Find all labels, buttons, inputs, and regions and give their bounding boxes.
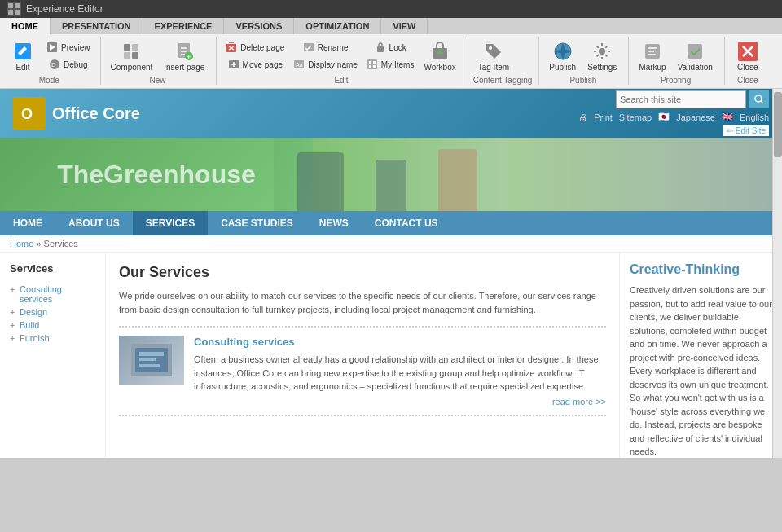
nav-services[interactable]: SERVICES: [133, 211, 208, 235]
svg-point-34: [599, 48, 605, 55]
tab-view[interactable]: VIEW: [381, 18, 428, 34]
sidebar-item-furnish[interactable]: Furnish: [10, 332, 95, 345]
mode-buttons: Edit Preview D Debug: [5, 37, 94, 74]
nav-home[interactable]: HOME: [0, 211, 55, 235]
toolbar-group-edit: Delete page Move page Rename: [222, 37, 468, 85]
edit-small-buttons-left: Delete page Move page: [222, 37, 288, 73]
breadcrumb-separator: »: [36, 239, 43, 248]
edit-button[interactable]: Edit: [5, 37, 41, 74]
display-name-button[interactable]: Aa Display name: [289, 56, 361, 73]
tag-item-icon: [482, 40, 505, 63]
rename-icon: [302, 41, 315, 54]
person-silhouette-2: [376, 160, 406, 211]
edit-buttons: Delete page Move page Rename: [222, 37, 460, 74]
new-buttons: Component + Insert page: [106, 37, 210, 74]
print-icon: 🖨: [578, 112, 587, 122]
proofing-label: Proofing: [634, 76, 718, 85]
nav-case-studies[interactable]: CASE STUDIES: [208, 211, 306, 235]
workbox-icon: [428, 40, 451, 63]
svg-rect-25: [367, 59, 377, 69]
windows-icon[interactable]: [7, 2, 21, 16]
search-button[interactable]: [749, 90, 769, 108]
mode-label: Mode: [5, 76, 94, 85]
svg-rect-9: [124, 44, 130, 51]
insert-page-icon: +: [173, 40, 196, 63]
service-title-1[interactable]: Consulting services: [194, 336, 606, 348]
toolbar-group-content-tagging: Tag Item Content Tagging: [473, 37, 540, 85]
search-input[interactable]: [616, 90, 746, 108]
svg-rect-0: [8, 3, 13, 8]
markup-button[interactable]: Markup: [634, 37, 670, 74]
debug-button[interactable]: D Debug: [42, 56, 94, 73]
toolbar-tabs: HOME PRESENTATION EXPERIENCE VERSIONS OP…: [0, 18, 782, 34]
workbox-button[interactable]: Workbox: [419, 37, 460, 74]
move-page-icon: [227, 58, 240, 71]
right-panel: Creative-Thinking Creatively driven solu…: [619, 253, 782, 458]
toolbar-group-close: Close Close: [730, 37, 772, 85]
svg-text:Aa: Aa: [296, 62, 303, 68]
rename-button[interactable]: Rename: [289, 39, 361, 55]
svg-text:D: D: [51, 61, 56, 68]
breadcrumb-home[interactable]: Home: [10, 239, 33, 248]
svg-rect-29: [373, 65, 376, 68]
tab-experience[interactable]: EXPERIENCE: [143, 18, 225, 34]
component-button[interactable]: Component: [106, 37, 158, 74]
sidebar-item-design[interactable]: Design: [10, 306, 95, 319]
pencil-icon: ✏: [727, 126, 733, 135]
svg-rect-36: [688, 44, 702, 59]
person-silhouette-1: [297, 152, 345, 211]
publish-icon: [551, 40, 574, 63]
flag-jp: 🇯🇵: [658, 112, 670, 122]
publish-label: Publish: [544, 76, 622, 85]
sidebar-item-build[interactable]: Build: [10, 319, 95, 332]
preview-button[interactable]: Preview: [42, 39, 94, 55]
tab-presentation[interactable]: PRESENTATION: [51, 18, 143, 34]
site-header: O Office Core 🖨 Print Sitemap 🇯🇵 Japanes…: [0, 89, 782, 138]
toolbar-content: Edit Preview D Debug: [0, 34, 782, 88]
settings-button[interactable]: Settings: [582, 37, 622, 74]
site-logo: O Office Core: [13, 97, 140, 130]
japanese-link[interactable]: Japanese: [676, 112, 715, 122]
tab-home[interactable]: HOME: [0, 18, 51, 34]
service-info-1: Consulting services Often, a business ow…: [194, 336, 606, 407]
divider-2: [119, 415, 606, 416]
insert-page-button[interactable]: + Insert page: [159, 37, 209, 74]
scrollbar[interactable]: [772, 89, 782, 458]
delete-page-icon: [225, 41, 238, 54]
tag-item-button[interactable]: Tag Item: [473, 37, 514, 74]
sitemap-link[interactable]: Sitemap: [619, 112, 652, 122]
toolbar: HOME PRESENTATION EXPERIENCE VERSIONS OP…: [0, 18, 782, 89]
svg-text:O: O: [21, 106, 33, 122]
svg-rect-3: [15, 10, 20, 15]
close-button[interactable]: Close: [730, 37, 766, 74]
edit-site-button[interactable]: ✏ Edit Site: [723, 125, 769, 136]
toolbar-group-new: Component + Insert page New: [106, 37, 217, 85]
svg-rect-27: [373, 61, 376, 64]
svg-line-41: [761, 101, 763, 103]
move-page-button[interactable]: Move page: [222, 56, 288, 73]
hero-text: TheGreenhouse: [57, 160, 256, 190]
english-link[interactable]: English: [740, 112, 769, 122]
edit-small-buttons-lock: Lock My Items: [362, 37, 418, 73]
svg-point-32: [489, 46, 492, 50]
sidebar-item-consulting[interactable]: Consulting services: [10, 283, 95, 306]
breadcrumb: Home » Services: [0, 235, 782, 253]
new-label: New: [106, 76, 210, 85]
site-logo-text: Office Core: [52, 104, 140, 123]
delete-page-button[interactable]: Delete page: [222, 39, 288, 55]
top-bar: Experience Editor: [0, 0, 782, 18]
scrollbar-thumb[interactable]: [774, 92, 782, 157]
tab-versions[interactable]: VERSIONS: [224, 18, 294, 34]
svg-rect-2: [8, 10, 13, 15]
preview-icon: [46, 41, 59, 54]
validation-button[interactable]: Validation: [673, 37, 718, 74]
nav-about[interactable]: ABOUT US: [55, 211, 133, 235]
lock-button[interactable]: Lock: [362, 39, 418, 55]
print-link[interactable]: Print: [594, 112, 613, 122]
nav-news[interactable]: NEWS: [306, 211, 362, 235]
read-more-1[interactable]: read more >>: [194, 397, 606, 407]
tab-optimization[interactable]: OPTIMIZATION: [294, 18, 381, 34]
publish-button[interactable]: Publish: [544, 37, 581, 74]
my-items-button[interactable]: My Items: [362, 56, 418, 73]
nav-contact[interactable]: CONTACT US: [362, 211, 451, 235]
